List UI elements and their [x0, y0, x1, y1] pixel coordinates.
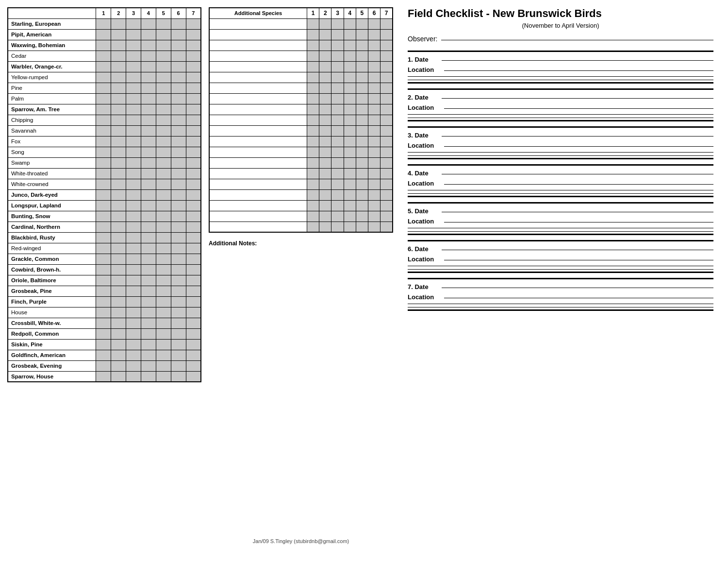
check-cell-31-1[interactable]: [111, 350, 126, 360]
add-check-10-5[interactable]: [368, 125, 381, 136]
add-check-19-1[interactable]: [319, 222, 331, 232]
check-cell-17-3[interactable]: [141, 200, 156, 211]
check-cell-6-2[interactable]: [126, 83, 141, 93]
check-cell-32-4[interactable]: [156, 360, 171, 371]
check-cell-10-0[interactable]: [96, 125, 111, 136]
check-cell-29-2[interactable]: [126, 328, 141, 339]
check-cell-0-2[interactable]: [126, 18, 141, 29]
check-cell-4-5[interactable]: [171, 61, 186, 72]
check-cell-32-2[interactable]: [126, 360, 141, 371]
add-check-10-1[interactable]: [319, 125, 331, 136]
check-cell-6-6[interactable]: [186, 83, 201, 93]
check-cell-4-3[interactable]: [141, 61, 156, 72]
add-check-11-2[interactable]: [331, 136, 344, 147]
check-cell-7-5[interactable]: [171, 93, 186, 104]
check-cell-16-3[interactable]: [141, 189, 156, 200]
check-cell-30-5[interactable]: [171, 339, 186, 350]
check-cell-8-2[interactable]: [126, 104, 141, 115]
check-cell-19-6[interactable]: [186, 222, 201, 232]
add-check-19-0[interactable]: [307, 222, 319, 232]
add-check-13-3[interactable]: [344, 157, 356, 168]
check-cell-18-6[interactable]: [186, 211, 201, 222]
check-cell-28-5[interactable]: [171, 318, 186, 328]
check-cell-0-3[interactable]: [141, 18, 156, 29]
add-check-3-2[interactable]: [331, 51, 344, 61]
check-cell-31-2[interactable]: [126, 350, 141, 360]
check-cell-16-4[interactable]: [156, 189, 171, 200]
add-check-15-0[interactable]: [307, 179, 319, 189]
add-check-12-2[interactable]: [331, 147, 344, 157]
check-cell-26-0[interactable]: [96, 296, 111, 307]
check-cell-0-6[interactable]: [186, 18, 201, 29]
add-check-6-0[interactable]: [307, 83, 319, 93]
check-cell-6-0[interactable]: [96, 83, 111, 93]
check-cell-5-0[interactable]: [96, 72, 111, 83]
check-cell-32-3[interactable]: [141, 360, 156, 371]
additional-species-10[interactable]: [209, 125, 307, 136]
check-cell-31-0[interactable]: [96, 350, 111, 360]
check-cell-3-1[interactable]: [111, 51, 126, 61]
add-check-4-2[interactable]: [331, 61, 344, 72]
check-cell-22-3[interactable]: [141, 254, 156, 264]
check-cell-2-5[interactable]: [171, 40, 186, 51]
add-check-15-6[interactable]: [381, 179, 393, 189]
check-cell-0-1[interactable]: [111, 18, 126, 29]
add-check-9-1[interactable]: [319, 115, 331, 125]
check-cell-8-3[interactable]: [141, 104, 156, 115]
add-check-4-6[interactable]: [381, 61, 393, 72]
check-cell-5-4[interactable]: [156, 72, 171, 83]
check-cell-29-1[interactable]: [111, 328, 126, 339]
check-cell-17-0[interactable]: [96, 200, 111, 211]
check-cell-14-6[interactable]: [186, 168, 201, 179]
check-cell-20-3[interactable]: [141, 232, 156, 243]
add-check-2-1[interactable]: [319, 40, 331, 51]
check-cell-6-3[interactable]: [141, 83, 156, 93]
check-cell-25-2[interactable]: [126, 286, 141, 296]
check-cell-17-5[interactable]: [171, 200, 186, 211]
add-check-13-2[interactable]: [331, 157, 344, 168]
check-cell-17-1[interactable]: [111, 200, 126, 211]
additional-species-13[interactable]: [209, 157, 307, 168]
check-cell-3-0[interactable]: [96, 51, 111, 61]
add-check-12-5[interactable]: [368, 147, 381, 157]
check-cell-16-1[interactable]: [111, 189, 126, 200]
additional-species-0[interactable]: [209, 18, 307, 29]
check-cell-11-3[interactable]: [141, 136, 156, 147]
check-cell-10-1[interactable]: [111, 125, 126, 136]
check-cell-28-6[interactable]: [186, 318, 201, 328]
add-check-9-3[interactable]: [344, 115, 356, 125]
check-cell-33-6[interactable]: [186, 371, 201, 382]
add-check-8-5[interactable]: [368, 104, 381, 115]
add-check-14-0[interactable]: [307, 168, 319, 179]
check-cell-29-6[interactable]: [186, 328, 201, 339]
add-check-5-0[interactable]: [307, 72, 319, 83]
check-cell-26-6[interactable]: [186, 296, 201, 307]
check-cell-30-0[interactable]: [96, 339, 111, 350]
check-cell-33-5[interactable]: [171, 371, 186, 382]
check-cell-30-3[interactable]: [141, 339, 156, 350]
check-cell-30-6[interactable]: [186, 339, 201, 350]
check-cell-21-6[interactable]: [186, 243, 201, 254]
add-check-10-0[interactable]: [307, 125, 319, 136]
add-check-19-4[interactable]: [356, 222, 368, 232]
add-check-16-3[interactable]: [344, 189, 356, 200]
check-cell-20-6[interactable]: [186, 232, 201, 243]
add-check-17-6[interactable]: [381, 200, 393, 211]
add-check-14-2[interactable]: [331, 168, 344, 179]
check-cell-19-4[interactable]: [156, 222, 171, 232]
add-check-10-4[interactable]: [356, 125, 368, 136]
check-cell-14-2[interactable]: [126, 168, 141, 179]
check-cell-7-6[interactable]: [186, 93, 201, 104]
add-check-16-4[interactable]: [356, 189, 368, 200]
check-cell-1-0[interactable]: [96, 29, 111, 40]
check-cell-24-5[interactable]: [171, 275, 186, 286]
check-cell-18-1[interactable]: [111, 211, 126, 222]
check-cell-32-0[interactable]: [96, 360, 111, 371]
check-cell-22-4[interactable]: [156, 254, 171, 264]
check-cell-9-2[interactable]: [126, 115, 141, 125]
add-check-16-6[interactable]: [381, 189, 393, 200]
add-check-5-2[interactable]: [331, 72, 344, 83]
add-check-2-3[interactable]: [344, 40, 356, 51]
add-check-9-5[interactable]: [368, 115, 381, 125]
check-cell-18-2[interactable]: [126, 211, 141, 222]
